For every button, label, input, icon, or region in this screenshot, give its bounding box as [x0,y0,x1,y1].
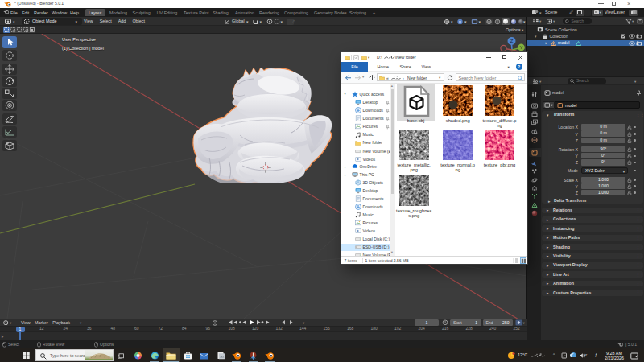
svg-text:Y: Y [519,45,522,50]
svg-text:Z: Z [510,39,514,43]
